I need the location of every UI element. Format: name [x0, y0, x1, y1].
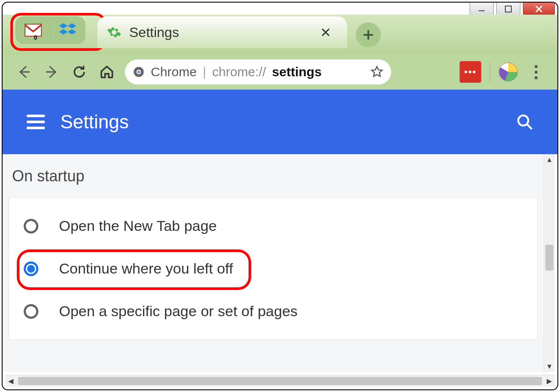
radio-icon: [24, 304, 38, 319]
settings-gear-icon: [107, 25, 121, 40]
tab-close-button[interactable]: [320, 27, 338, 37]
startup-option-specific-pages[interactable]: Open a specific page or set of pages: [9, 290, 537, 333]
active-tab-settings[interactable]: Settings: [97, 16, 347, 48]
profile-avatar-button[interactable]: [499, 62, 518, 81]
svg-rect-1: [505, 6, 511, 12]
scroll-up-arrow-icon[interactable]: ▲: [544, 154, 555, 165]
new-tab-button[interactable]: [356, 22, 381, 47]
toolbar-separator: [490, 62, 490, 82]
maximize-button[interactable]: [496, 3, 520, 16]
gmail-pinned-tab[interactable]: 0: [16, 17, 50, 44]
horizontal-scrollbar[interactable]: ◀ ▶: [5, 375, 555, 387]
startup-option-label: Continue where you left off: [59, 260, 233, 277]
radio-icon: [24, 261, 38, 276]
browser-window: 0 Settings: [2, 2, 558, 390]
browser-toolbar: Chrome | chrome://settings •••: [3, 54, 557, 90]
radio-icon: [24, 219, 38, 233]
chrome-menu-button[interactable]: [526, 62, 545, 81]
svg-point-17: [137, 71, 140, 73]
svg-marker-8: [68, 29, 76, 34]
bookmark-star-icon[interactable]: [370, 65, 383, 78]
gmail-unread-badge: 0: [34, 34, 37, 41]
svg-marker-6: [68, 23, 76, 28]
home-button[interactable]: [97, 62, 116, 81]
settings-header: Settings: [3, 90, 557, 154]
dropbox-icon: [59, 22, 76, 38]
vertical-scrollbar[interactable]: ▲ ▼: [544, 154, 555, 372]
scroll-left-arrow-icon[interactable]: ◀: [5, 375, 16, 387]
reload-button[interactable]: [70, 62, 89, 81]
gmail-icon: [25, 24, 42, 37]
active-tab-title: Settings: [129, 25, 313, 40]
settings-header-title: Settings: [60, 111, 501, 133]
horizontal-scroll-track[interactable]: [16, 375, 544, 387]
back-button[interactable]: [15, 62, 34, 81]
lastpass-extension-button[interactable]: •••: [460, 61, 481, 83]
url-host: chrome://: [212, 65, 266, 79]
startup-option-label: Open a specific page or set of pages: [59, 303, 298, 320]
scroll-right-arrow-icon[interactable]: ▶: [544, 375, 555, 387]
scroll-down-arrow-icon[interactable]: ▼: [544, 361, 555, 372]
startup-option-label: Open the New Tab page: [59, 218, 217, 234]
svg-line-19: [527, 124, 532, 129]
startup-option-continue[interactable]: Continue where you left off: [9, 247, 537, 290]
on-startup-card: Open the New Tab page Continue where you…: [9, 197, 538, 340]
forward-button[interactable]: [42, 62, 61, 81]
settings-search-button[interactable]: [516, 113, 533, 131]
svg-marker-5: [59, 23, 68, 28]
url-path: settings: [272, 65, 322, 79]
minimize-button[interactable]: [470, 3, 494, 16]
url-divider: |: [203, 65, 206, 79]
horizontal-scroll-thumb[interactable]: [18, 377, 542, 385]
pinned-tabs-group: 0: [16, 16, 85, 44]
site-info-icon[interactable]: [133, 66, 145, 78]
dropbox-pinned-tab[interactable]: [50, 17, 85, 44]
address-bar[interactable]: Chrome | chrome://settings: [125, 59, 391, 84]
tab-strip: 0 Settings: [3, 15, 557, 54]
on-startup-section-title: On startup: [3, 154, 544, 197]
vertical-scroll-thumb[interactable]: [545, 245, 554, 271]
settings-page-content: On startup Open the New Tab page Continu…: [3, 154, 544, 372]
close-window-button[interactable]: [523, 3, 555, 16]
startup-option-new-tab[interactable]: Open the New Tab page: [9, 205, 537, 247]
svg-marker-7: [59, 29, 68, 34]
svg-point-18: [518, 115, 528, 125]
url-scheme-label: Chrome: [151, 65, 197, 79]
settings-menu-button[interactable]: [27, 115, 45, 129]
